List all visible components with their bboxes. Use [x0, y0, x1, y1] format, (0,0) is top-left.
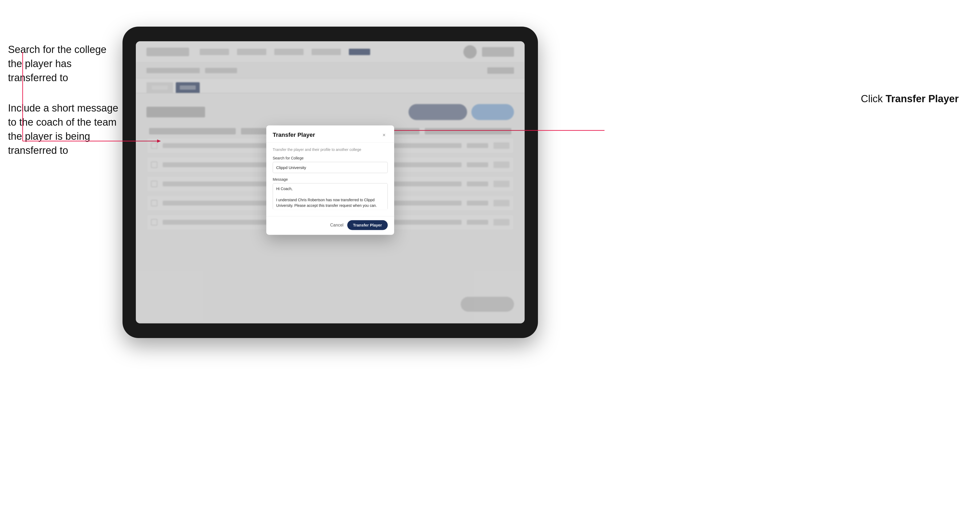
modal-subtitle: Transfer the player and their profile to… — [273, 148, 388, 152]
tablet-frame: Transfer Player × Transfer the player an… — [123, 27, 538, 338]
annotation-left-container: Search for the college the player has tr… — [8, 43, 120, 173]
modal-footer: Cancel Transfer Player — [266, 216, 394, 235]
transfer-player-dialog: Transfer Player × Transfer the player an… — [266, 125, 394, 235]
modal-title: Transfer Player — [273, 132, 315, 138]
annotation-search-text: Search for the college the player has tr… — [8, 43, 120, 85]
message-textarea[interactable] — [273, 183, 388, 210]
message-label: Message — [273, 177, 388, 181]
annotation-message-text: Include a short message to the coach of … — [8, 101, 120, 158]
annotation-right-container: Click Transfer Player — [861, 93, 959, 105]
transfer-player-button[interactable]: Transfer Player — [347, 220, 388, 230]
modal-close-button[interactable]: × — [380, 131, 388, 139]
modal-body: Transfer the player and their profile to… — [266, 143, 394, 216]
tablet-screen: Transfer Player × Transfer the player an… — [136, 41, 525, 323]
search-college-label: Search for College — [273, 156, 388, 160]
modal-header: Transfer Player × — [266, 125, 394, 143]
annotation-click-text: Click Transfer Player — [861, 93, 959, 105]
cancel-button[interactable]: Cancel — [330, 223, 344, 227]
search-college-input[interactable] — [273, 162, 388, 173]
